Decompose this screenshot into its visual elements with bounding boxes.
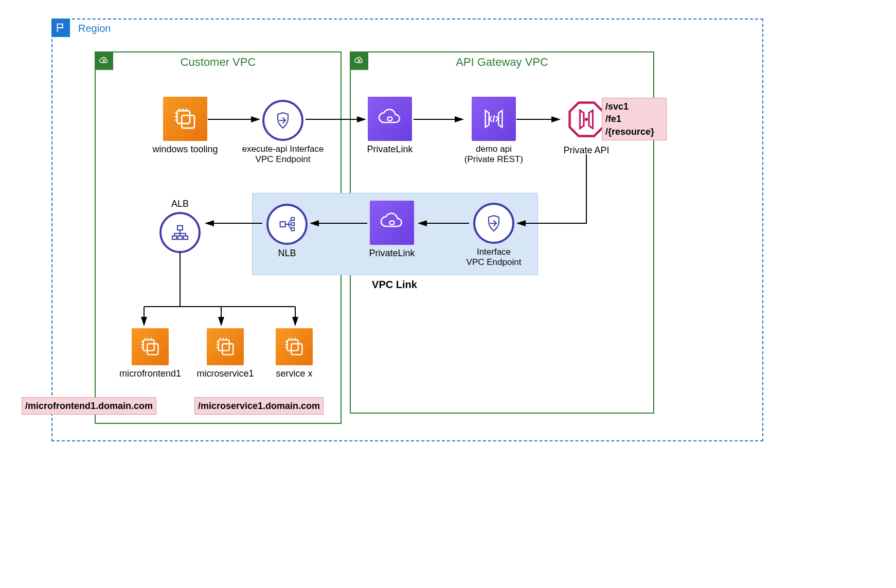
servicex-node: service x — [263, 328, 325, 380]
diagram-canvas: Region Customer VPC API Gateway VPC VPC … — [0, 0, 896, 588]
ec2-icon — [207, 328, 244, 365]
region-label: Region — [78, 23, 111, 34]
ec2-glyph-icon — [138, 335, 162, 359]
private-api-label: Private API — [555, 145, 617, 156]
privatelink-mid-node: PrivateLink — [361, 201, 423, 259]
nlb-glyph-icon — [277, 214, 297, 235]
svg-rect-14 — [144, 340, 154, 351]
msvc-domain-box: /microservice1.domain.com — [194, 397, 324, 415]
svg-rect-10 — [280, 222, 285, 227]
privatelink-top-label: PrivateLink — [359, 144, 421, 155]
private-api-icon — [566, 99, 607, 140]
svg-rect-2 — [177, 111, 190, 123]
customer-vpc-label: Customer VPC — [181, 56, 256, 69]
vpc-badge-icon — [95, 51, 113, 70]
apigw-vpc-label: API Gateway VPC — [456, 56, 548, 69]
api-route-svc1: /svc1 — [605, 100, 663, 113]
execapi-endpoint-node: execute-api Interface VPC Endpoint — [237, 100, 329, 165]
mfe-domain-text: /microfrontend1.domain.com — [25, 401, 153, 411]
msvc-domain-text: /microservice1.domain.com — [198, 401, 320, 411]
api-routes-box: /svc1 /fe1 /{resource} — [602, 98, 667, 140]
mfe-domain-box: /microfrontend1.domain.com — [22, 397, 156, 415]
region-flag-icon — [51, 19, 70, 37]
ec2-glyph-icon — [213, 335, 237, 359]
ec2-glyph-icon — [171, 105, 199, 133]
execapi-label-l1: execute-api Interface — [237, 144, 329, 154]
svg-rect-16 — [219, 340, 229, 351]
privatelink-glyph-icon — [378, 208, 406, 237]
cloud-lock-icon — [353, 55, 365, 66]
microfrontend1-node: microfrontend1 — [114, 328, 186, 380]
iface-label-l2: VPC Endpoint — [453, 257, 535, 268]
alb-label: ALB — [154, 199, 206, 210]
demo-api-label-l2: (Private REST) — [458, 154, 530, 165]
svg-rect-1 — [358, 60, 360, 62]
alb-glyph-icon — [170, 222, 190, 243]
endpoint-glyph-icon — [273, 110, 293, 131]
privatelink-mid-label: PrivateLink — [361, 248, 423, 259]
svg-rect-12 — [291, 223, 294, 226]
apigw-glyph-icon — [479, 104, 508, 133]
nlb-node: NLB — [261, 204, 313, 259]
alb-node: ALB — [154, 199, 206, 253]
svg-rect-13 — [291, 228, 294, 231]
flag-icon — [55, 22, 66, 33]
svg-rect-11 — [291, 218, 294, 221]
svg-point-5 — [585, 118, 588, 121]
nlb-icon — [266, 204, 308, 245]
windows-tooling-label: windows tooling — [144, 144, 226, 155]
iface-endpoint-node: Interface VPC Endpoint — [453, 203, 535, 268]
api-route-fe1: /fe1 — [605, 113, 663, 125]
api-gateway-icon — [472, 97, 516, 141]
windows-tooling-node: windows tooling — [144, 97, 226, 155]
endpoint-glyph-icon — [483, 213, 504, 234]
cloud-lock-icon — [98, 55, 110, 66]
svg-rect-8 — [178, 236, 182, 239]
vpc-endpoint-icon — [262, 100, 303, 141]
alb-icon — [159, 212, 201, 253]
svg-rect-17 — [222, 344, 233, 354]
ec2-icon — [132, 328, 169, 365]
servicex-label: service x — [263, 368, 325, 380]
privatelink-glyph-icon — [375, 104, 404, 133]
microfrontend1-label: microfrontend1 — [114, 368, 186, 380]
svg-rect-18 — [288, 340, 298, 351]
privatelink-top-node: PrivateLink — [359, 97, 421, 155]
demo-api-label-l1: demo api — [458, 144, 530, 154]
vpclink-label: VPC Link — [329, 279, 460, 291]
svg-rect-7 — [172, 236, 176, 239]
api-route-resource: /{resource} — [605, 126, 663, 138]
microservice1-label: microservice1 — [189, 368, 261, 380]
svg-rect-15 — [147, 344, 158, 354]
privatelink-icon — [368, 97, 412, 141]
ec2-icon — [163, 97, 207, 141]
microservice1-node: microservice1 — [189, 328, 261, 380]
vpc-endpoint-icon — [473, 203, 514, 244]
demo-api-node: demo api (Private REST) — [458, 97, 530, 165]
svg-rect-3 — [182, 115, 194, 128]
vpc-badge-icon — [350, 51, 368, 70]
privatelink-icon — [370, 201, 414, 245]
svg-rect-6 — [177, 225, 183, 229]
ec2-icon — [276, 328, 313, 365]
iface-label-l1: Interface — [453, 247, 535, 257]
svg-rect-19 — [291, 344, 302, 354]
nlb-label: NLB — [261, 248, 313, 259]
execapi-label-l2: VPC Endpoint — [237, 154, 329, 165]
ec2-glyph-icon — [282, 335, 306, 359]
svg-rect-0 — [103, 60, 105, 62]
svg-rect-9 — [184, 236, 188, 239]
